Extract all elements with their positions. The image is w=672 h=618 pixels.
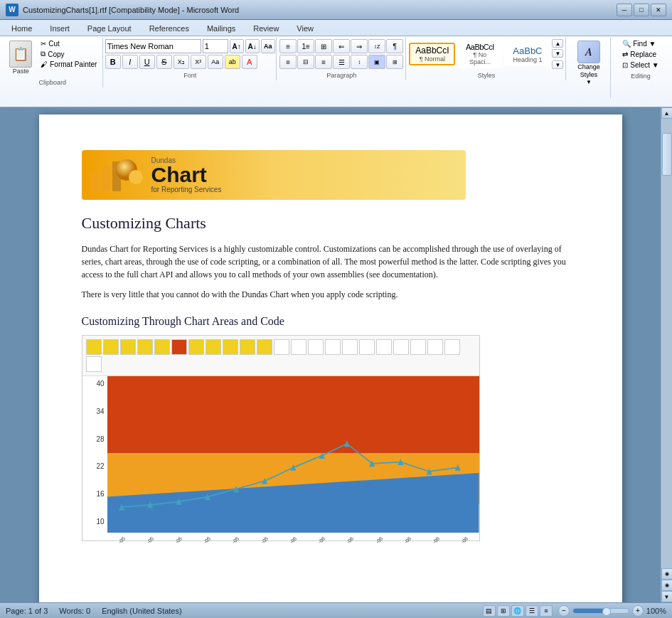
tab-view[interactable]: View: [288, 21, 322, 36]
legend-item-red: [171, 339, 187, 355]
underline-button[interactable]: U: [139, 55, 155, 69]
style-normal[interactable]: AaBbCcI ¶ Normal: [409, 43, 455, 65]
x-label: -06: [460, 536, 469, 544]
legend-item: [188, 339, 204, 355]
text-case-button[interactable]: Aa: [208, 55, 223, 69]
font-color-button[interactable]: A: [242, 55, 257, 69]
copy-button[interactable]: ⧉ Copy: [38, 49, 100, 59]
para-row1: ≡ 1≡ ⊞ ⇐ ⇒ ↕Z ¶: [279, 39, 403, 53]
zoom-level: 100%: [646, 607, 666, 615]
web-view-button[interactable]: 🌐: [511, 605, 524, 617]
style-heading1-text: AaBbC: [510, 46, 545, 56]
scroll-page-up-button[interactable]: ◉: [661, 568, 673, 580]
strikethrough-button[interactable]: S: [156, 55, 172, 69]
tab-insert[interactable]: Insert: [41, 21, 78, 36]
font-size-input[interactable]: [203, 39, 228, 53]
change-styles-icon: 𝐴: [577, 41, 600, 63]
cut-button[interactable]: ✂ Cut: [38, 39, 100, 48]
legend-item-white: [291, 339, 306, 355]
style-more-button[interactable]: ▼: [552, 60, 563, 69]
replace-button[interactable]: ⇄ Replace: [619, 50, 661, 59]
draft-view-button[interactable]: ≡: [540, 605, 553, 617]
legend-item: [240, 339, 255, 355]
numbering-button[interactable]: 1≡: [297, 39, 314, 53]
show-formatting-button[interactable]: ¶: [386, 39, 403, 53]
font-name-input[interactable]: [105, 39, 201, 53]
font-shrink-button[interactable]: A↓: [245, 39, 260, 53]
change-styles-arrow: ▼: [586, 79, 592, 85]
x-label: -06: [289, 536, 297, 544]
format-painter-button[interactable]: 🖌 Format Painter: [38, 60, 100, 69]
editing-group-label: Editing: [612, 73, 669, 80]
sort-button[interactable]: ↕Z: [368, 39, 385, 53]
style-normal-label: ¶ Normal: [415, 55, 449, 63]
outline-view-button[interactable]: ☰: [526, 605, 538, 617]
decrease-indent-button[interactable]: ⇐: [333, 39, 350, 53]
x-label: -05: [117, 536, 126, 544]
increase-indent-button[interactable]: ⇒: [351, 39, 368, 53]
y-label-28: 28: [96, 435, 104, 443]
x-label: -05: [203, 536, 211, 544]
tab-home[interactable]: Home: [3, 21, 41, 36]
replace-label: Replace: [630, 50, 656, 58]
scroll-down-button[interactable]: ▼: [661, 591, 673, 602]
legend-item: [206, 339, 221, 355]
zoom-marker[interactable]: [602, 607, 611, 616]
scroll-page-down-button[interactable]: ◉: [661, 580, 673, 591]
full-screen-button[interactable]: ⊞: [497, 605, 510, 617]
tab-mailings[interactable]: Mailings: [198, 21, 244, 36]
superscript-button[interactable]: X²: [191, 55, 206, 69]
maximize-button[interactable]: □: [634, 4, 649, 16]
scroll-track[interactable]: [661, 119, 673, 568]
highlight-button[interactable]: ab: [225, 55, 240, 69]
tab-page-layout[interactable]: Page Layout: [79, 21, 140, 36]
y-label-16: 16: [96, 490, 104, 498]
zoom-bar[interactable]: [572, 608, 629, 614]
font-row1: A↑ A↓ Aa: [105, 39, 275, 53]
font-grow-button[interactable]: A↑: [230, 39, 244, 53]
scroll-thumb[interactable]: [662, 133, 672, 176]
subscript-button[interactable]: X₂: [174, 55, 189, 69]
print-view-button[interactable]: ▤: [483, 605, 496, 617]
ribbon: Home Insert Page Layout References Maili…: [0, 20, 672, 107]
close-button[interactable]: ✕: [651, 4, 666, 16]
style-heading1[interactable]: AaBbC Heading 1: [504, 43, 550, 66]
tab-references[interactable]: References: [141, 21, 198, 36]
style-scroll-down-button[interactable]: ▼: [552, 49, 563, 58]
shading-button[interactable]: ▣: [368, 55, 385, 69]
logo-for-rs: for Reporting Services: [151, 186, 222, 193]
align-center-button[interactable]: ⊟: [297, 55, 314, 69]
select-button[interactable]: ⊡ Select ▼: [619, 60, 661, 70]
align-right-button[interactable]: ≡: [315, 55, 332, 69]
document: Dundas Chart for Reporting Services Cust…: [39, 114, 622, 602]
para-row2: ≡ ⊟ ≡ ☰ ↕ ▣ ⊞: [279, 55, 403, 69]
justify-button[interactable]: ☰: [333, 55, 350, 69]
find-button[interactable]: 🔍 Find ▼: [619, 39, 661, 48]
zoom-in-button[interactable]: +: [632, 605, 644, 617]
italic-button[interactable]: I: [122, 55, 138, 69]
legend-item-white: [86, 356, 102, 372]
tab-review[interactable]: Review: [245, 21, 287, 36]
legend-item-white: [427, 339, 443, 355]
border-button[interactable]: ⊞: [386, 55, 403, 69]
paste-button[interactable]: 📋 Paste: [5, 39, 36, 76]
chart-legend: [82, 336, 479, 376]
find-label: Find ▼: [633, 40, 656, 48]
doc-logo: Dundas Chart for Reporting Services: [82, 150, 466, 200]
minimize-button[interactable]: ─: [617, 4, 632, 16]
clear-format-button[interactable]: Aa: [261, 39, 275, 53]
style-no-space-label: ¶ No Spaci...: [462, 51, 497, 65]
change-styles-button[interactable]: 𝐴 ChangeStyles ▼: [571, 39, 607, 87]
multilevel-button[interactable]: ⊞: [315, 39, 332, 53]
legend-item: [257, 339, 272, 355]
legend-item-white: [308, 339, 324, 355]
style-no-space[interactable]: AaBbCcI ¶ No Spaci...: [457, 40, 503, 68]
line-spacing-button[interactable]: ↕: [351, 55, 368, 69]
style-scroll-up-button[interactable]: ▲: [552, 39, 563, 48]
title-bar-left: W CustomizingCharts[1].rtf [Compatibilit…: [6, 4, 239, 16]
bullets-button[interactable]: ≡: [279, 39, 297, 53]
align-left-button[interactable]: ≡: [279, 55, 297, 69]
bold-button[interactable]: B: [105, 55, 121, 69]
zoom-out-button[interactable]: −: [558, 605, 570, 617]
scroll-up-button[interactable]: ▲: [661, 107, 673, 119]
